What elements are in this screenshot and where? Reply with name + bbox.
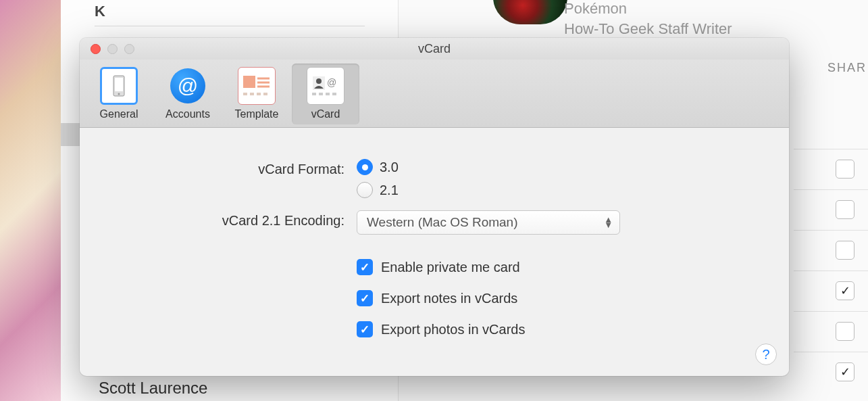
general-icon <box>85 66 153 105</box>
preferences-dialog: vCard General @ Accounts <box>80 38 789 376</box>
tab-vcard[interactable]: @ vCard <box>292 64 359 124</box>
vcard-format-label: vCard Format: <box>107 159 357 177</box>
help-icon: ? <box>762 347 769 362</box>
encoding-value: Western (Mac OS Roman) <box>367 215 517 230</box>
svg-text:@: @ <box>327 77 336 88</box>
wallpaper-strip <box>0 0 61 401</box>
background-checkbox-column: ✓ ✓ <box>836 160 854 381</box>
contact-name[interactable]: Scott Laurence <box>99 379 207 398</box>
tab-general[interactable]: General <box>85 64 153 124</box>
bg-checkbox[interactable]: ✓ <box>836 362 854 381</box>
svg-point-2 <box>118 93 120 95</box>
bg-checkbox[interactable]: ✓ <box>836 281 854 300</box>
export-photos-checkbox[interactable]: ✓ Export photos in vCards <box>357 321 762 337</box>
export-notes-checkbox[interactable]: ✓ Export notes in vCards <box>357 290 762 306</box>
encoding-label: vCard 2.1 Encoding: <box>107 210 357 229</box>
radio-icon <box>357 159 373 175</box>
contact-detail-line: How-To Geek Staff Writer <box>564 20 854 38</box>
section-letter: K <box>95 3 105 20</box>
svg-rect-3 <box>243 76 255 88</box>
contacts-section-header: K <box>68 0 392 32</box>
tab-label: Accounts <box>154 108 222 120</box>
radio-label: 2.1 <box>380 183 399 198</box>
radio-label: 3.0 <box>380 160 399 175</box>
contact-avatar <box>493 0 567 24</box>
svg-point-9 <box>316 78 322 84</box>
template-icon <box>223 66 290 105</box>
bg-checkbox[interactable] <box>836 241 854 260</box>
tab-label: General <box>85 108 153 120</box>
encoding-row: vCard 2.1 Encoding: Western (Mac OS Roma… <box>107 210 762 235</box>
checkmark-icon: ✓ <box>357 290 373 306</box>
vcard-format-option-30[interactable]: 3.0 <box>357 159 762 175</box>
checkbox-label: Export notes in vCards <box>381 291 517 306</box>
bg-checkbox[interactable] <box>836 322 854 341</box>
close-window-button[interactable] <box>91 44 101 54</box>
dialog-content: vCard Format: 3.0 2.1 vCard 2.1 Encoding… <box>80 128 789 371</box>
bg-checkbox[interactable] <box>836 160 854 179</box>
dialog-title: vCard <box>80 42 789 56</box>
checkmark-icon: ✓ <box>357 321 373 337</box>
svg-rect-1 <box>115 78 123 91</box>
contact-detail-line: Pokémon <box>564 0 854 18</box>
right-divider-stack <box>794 149 868 392</box>
checkbox-label: Enable private me card <box>381 260 520 275</box>
contact-detail-text: Pokémon How-To Geek Staff Writer <box>564 0 854 38</box>
checkbox-group: ✓ Enable private me card ✓ Export notes … <box>107 259 762 346</box>
checkmark-icon: ✓ <box>357 259 373 275</box>
preferences-toolbar: General @ Accounts Template @ <box>80 60 789 128</box>
zoom-window-button[interactable] <box>124 44 134 54</box>
share-heading: SHAR <box>827 61 867 75</box>
tab-accounts[interactable]: @ Accounts <box>154 64 222 124</box>
titlebar: vCard <box>80 38 789 60</box>
minimize-window-button[interactable] <box>107 44 118 54</box>
bg-checkbox[interactable] <box>836 200 854 219</box>
window-controls <box>80 44 134 54</box>
accounts-icon: @ <box>154 66 222 105</box>
tab-template[interactable]: Template <box>223 64 290 124</box>
vcard-format-row: vCard Format: 3.0 2.1 <box>107 159 762 198</box>
vcard-icon: @ <box>292 66 359 105</box>
tab-label: Template <box>223 108 290 120</box>
radio-icon <box>357 182 373 198</box>
vcard-format-option-21[interactable]: 2.1 <box>357 182 762 198</box>
tab-label: vCard <box>292 108 359 120</box>
encoding-select[interactable]: Western (Mac OS Roman) ▲▼ <box>357 210 620 235</box>
enable-private-me-card-checkbox[interactable]: ✓ Enable private me card <box>357 259 762 275</box>
chevron-updown-icon: ▲▼ <box>604 217 613 228</box>
checkbox-label: Export photos in vCards <box>381 322 525 337</box>
help-button[interactable]: ? <box>755 344 777 365</box>
